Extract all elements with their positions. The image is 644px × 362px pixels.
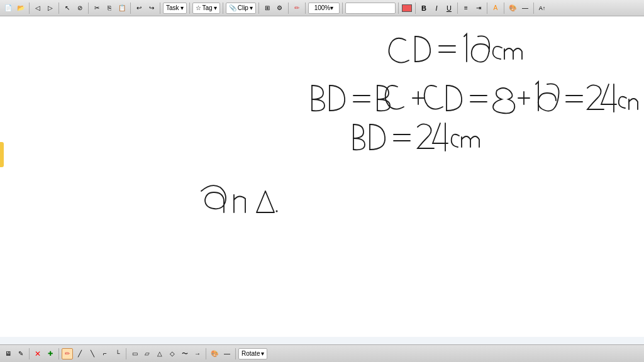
separator-6: [189, 3, 190, 14]
text-size-icon[interactable]: A↑: [536, 3, 548, 14]
search-input[interactable]: [345, 3, 396, 14]
separator-9: [288, 3, 289, 14]
color-indicator: [402, 4, 412, 12]
svg-point-14: [276, 211, 278, 212]
bt-sep5: [235, 348, 236, 359]
bt-wave-icon[interactable]: 〜: [179, 348, 191, 359]
separator-3: [88, 3, 89, 14]
clip-label: Clip: [238, 4, 248, 11]
bt-pen-icon[interactable]: ✏: [62, 348, 73, 359]
zoom-control[interactable]: 100% ▾: [308, 3, 340, 14]
line-color-icon[interactable]: —: [519, 3, 531, 14]
task-dropdown[interactable]: Task ▾: [163, 3, 187, 14]
lasso-icon[interactable]: ⊘: [74, 3, 86, 14]
bt-sep4: [206, 348, 206, 359]
bt-sep3: [126, 348, 126, 359]
new-icon[interactable]: 📄: [3, 3, 14, 14]
paste-icon[interactable]: 📋: [116, 3, 128, 14]
underline-button[interactable]: U: [443, 3, 455, 14]
task-label: Task: [166, 4, 179, 11]
tag-star: ☆: [196, 4, 201, 11]
indent-icon[interactable]: ⇥: [473, 3, 484, 14]
zoom-value: 100%: [314, 4, 331, 11]
bt-icon1[interactable]: 🖥: [3, 348, 14, 359]
top-toolbar: 📄 📂 ◁ ▷ ↖ ⊘ ✂ ⎘ 📋 ↩ ↪ Task ▾ ☆ Tag ▾ 📎 C…: [0, 0, 644, 16]
bt-brush1[interactable]: ╱: [74, 348, 86, 359]
bt-line-icon[interactable]: —: [221, 348, 233, 359]
bt-arrow-icon[interactable]: →: [192, 348, 203, 359]
bt-sep1: [29, 348, 30, 359]
zoom-arrow: ▾: [330, 4, 333, 11]
separator-12: [398, 3, 399, 14]
separator-11: [342, 3, 343, 14]
bottom-toolbar: 🖥 ✎ ✕ ✚ ✏ ╱ ╲ ⌐ └ ▭ ▱ △ ◇ 〜 → 🎨 — Rotate…: [0, 344, 644, 362]
rotate-dropdown[interactable]: Rotate ▾: [238, 348, 267, 359]
bold-button[interactable]: B: [418, 3, 430, 14]
separator-2: [58, 3, 59, 14]
bt-brush2[interactable]: ╲: [87, 348, 98, 359]
separator-13: [415, 3, 416, 14]
tag-label: Tag: [203, 4, 213, 11]
redo-icon[interactable]: ↪: [146, 3, 157, 14]
list-icon[interactable]: ≡: [460, 3, 472, 14]
bt-add-icon[interactable]: ✚: [45, 348, 56, 359]
color-box-icon[interactable]: [401, 3, 413, 14]
separator-10: [305, 3, 306, 14]
separator-15: [487, 3, 487, 14]
tag-arrow: ▾: [214, 4, 217, 11]
separator-5: [160, 3, 160, 14]
rotate-label: Rotate: [242, 350, 260, 357]
forward-icon[interactable]: ▷: [45, 3, 56, 14]
clip-arrow: ▾: [250, 4, 253, 11]
math-canvas: [0, 16, 644, 337]
clip-dropdown[interactable]: 📎 Clip ▾: [226, 3, 256, 14]
copy-icon[interactable]: ⎘: [104, 3, 115, 14]
separator-17: [533, 3, 534, 14]
bt-close-icon[interactable]: ✕: [32, 348, 43, 359]
fill-color-icon[interactable]: 🎨: [507, 3, 518, 14]
cursor-icon[interactable]: ↖: [62, 3, 73, 14]
separator-14: [457, 3, 458, 14]
separator-1: [29, 3, 30, 14]
bt-rect-icon[interactable]: ▭: [129, 348, 140, 359]
bt-para-icon[interactable]: ▱: [142, 348, 153, 359]
tag-dropdown[interactable]: ☆ Tag ▾: [192, 3, 220, 14]
pen-icon[interactable]: ✏: [291, 3, 303, 14]
bt-icon2[interactable]: ✎: [15, 348, 26, 359]
separator-16: [504, 3, 504, 14]
star-icon[interactable]: ⚙: [274, 3, 286, 14]
bt-palette-icon[interactable]: 🎨: [209, 348, 220, 359]
open-icon[interactable]: 📂: [15, 3, 26, 14]
rotate-arrow: ▾: [261, 350, 264, 357]
separator-4: [130, 3, 131, 14]
separator-7: [223, 3, 223, 14]
cut-icon[interactable]: ✂: [91, 3, 103, 14]
grid-icon[interactable]: ⊞: [262, 3, 273, 14]
back-icon[interactable]: ◁: [32, 3, 43, 14]
bt-diamond-icon[interactable]: ◇: [167, 348, 178, 359]
highlight-icon[interactable]: A: [490, 3, 501, 14]
task-arrow: ▾: [180, 4, 184, 11]
bt-sep2: [58, 348, 59, 359]
clip-icon: 📎: [229, 4, 236, 11]
undo-icon[interactable]: ↩: [133, 3, 145, 14]
canvas-area[interactable]: [0, 16, 644, 337]
bt-brush4[interactable]: └: [112, 348, 123, 359]
bt-brush3[interactable]: ⌐: [99, 348, 111, 359]
separator-8: [258, 3, 259, 14]
bt-tri-icon[interactable]: △: [154, 348, 165, 359]
italic-button[interactable]: I: [431, 3, 442, 14]
